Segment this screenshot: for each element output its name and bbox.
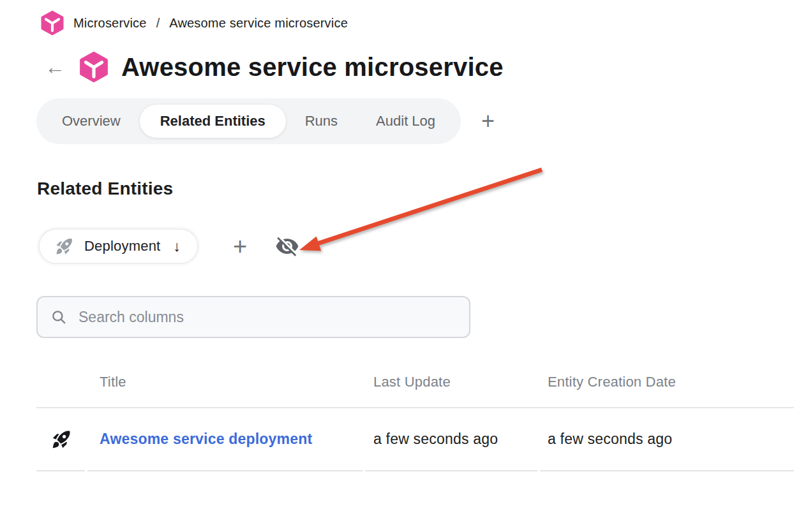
breadcrumb-entity[interactable]: Awesome service microservice [169, 16, 348, 31]
relation-dropdown-label: Deployment [84, 238, 160, 255]
row-title-cell: Awesome service deployment [87, 408, 363, 471]
entity-link[interactable]: Awesome service deployment [100, 431, 312, 448]
row-last-update-cell: a few seconds ago [365, 408, 537, 471]
table-header-row: Title Last Update Entity Creation Date [36, 362, 794, 407]
relation-dropdown[interactable]: Deployment ↓ [38, 228, 198, 264]
chevron-down-icon: ↓ [173, 238, 181, 255]
search-columns-input[interactable] [79, 309, 456, 326]
tab-audit-log[interactable]: Audit Log [357, 105, 454, 138]
table-row[interactable]: Awesome service deployment a few seconds… [36, 408, 794, 471]
row-entity-creation-cell: a few seconds ago [540, 408, 794, 471]
breadcrumb: Microservice / Awesome service microserv… [0, 0, 794, 36]
row-icon-cell [36, 408, 85, 471]
page-title: Awesome service microservice [121, 53, 504, 82]
entity-creation-date-value: a few seconds ago [548, 431, 672, 448]
microservice-cube-icon [78, 51, 110, 83]
search-icon [50, 309, 67, 325]
entity-page: Microservice / Awesome service microserv… [0, 0, 794, 532]
tab-bar: Overview Related Entities Runs Audit Log [36, 98, 461, 144]
rocket-icon [55, 237, 74, 256]
related-entities-controls: Deployment ↓ + [38, 228, 794, 264]
search-columns-box [36, 296, 470, 338]
rocket-icon [51, 429, 72, 450]
entity-header: ← Awesome service microservice [0, 36, 794, 83]
tab-related-entities[interactable]: Related Entities [140, 105, 286, 138]
column-header-entity-creation-date[interactable]: Entity Creation Date [540, 374, 794, 390]
column-header-last-update[interactable]: Last Update [365, 374, 537, 390]
tab-row: Overview Related Entities Runs Audit Log… [36, 98, 794, 144]
eye-off-icon[interactable] [275, 234, 299, 258]
related-entities-table: Title Last Update Entity Creation Date A… [36, 362, 794, 471]
section-title: Related Entities [37, 179, 794, 199]
tab-overview[interactable]: Overview [43, 105, 140, 138]
breadcrumb-blueprint[interactable]: Microservice [73, 16, 147, 31]
breadcrumb-separator: / [155, 16, 161, 31]
microservice-cube-icon [40, 10, 65, 36]
column-header-title[interactable]: Title [87, 374, 363, 390]
add-tab-button[interactable]: + [481, 110, 495, 133]
back-arrow-icon[interactable]: ← [45, 57, 65, 77]
column-header-icon [36, 374, 85, 390]
add-related-entity-button[interactable]: + [233, 234, 247, 258]
last-update-value: a few seconds ago [373, 431, 498, 448]
tab-runs[interactable]: Runs [286, 105, 357, 138]
